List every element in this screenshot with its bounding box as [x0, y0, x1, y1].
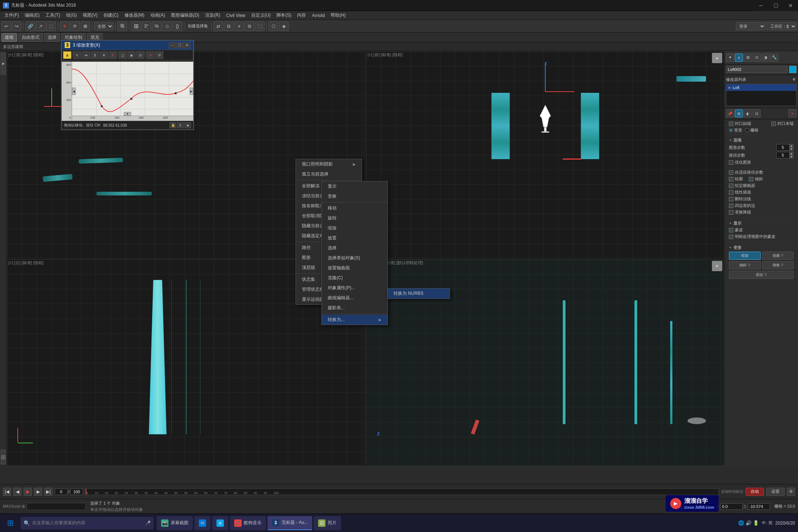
- dialog-tb-bezier-corner[interactable]: ◈: [127, 51, 136, 59]
- taskbar-photos[interactable]: 🖼 照片: [314, 516, 341, 530]
- tool1-clone[interactable]: 克隆(C): [322, 273, 388, 283]
- tool1-scale[interactable]: 缩放: [322, 223, 388, 233]
- spinner-snap[interactable]: ◇: [162, 21, 172, 31]
- dialog-tb-x-only[interactable]: X: [109, 51, 117, 59]
- show-modifier-result[interactable]: ⊞: [735, 109, 743, 117]
- dialog-tb-delete[interactable]: ✕: [146, 51, 154, 59]
- scroll-down-btn[interactable]: ▼: [124, 112, 131, 116]
- menu-file[interactable]: 文件(F): [1, 11, 22, 19]
- menu-modifiers[interactable]: 修改器(M): [122, 11, 147, 19]
- cap-start-checkbox[interactable]: ✓: [729, 122, 733, 126]
- play-btn[interactable]: ▶: [24, 488, 32, 496]
- object-name-input[interactable]: [726, 66, 788, 73]
- menu-scripting[interactable]: 脚本(S): [273, 11, 294, 19]
- dialog-tb-corner[interactable]: ◻: [119, 51, 127, 59]
- taskbar-edge[interactable]: e: [212, 516, 228, 530]
- dialog-snap-x[interactable]: X: [177, 122, 184, 128]
- tool1-select-similar[interactable]: 选择类似对象(S): [322, 253, 388, 263]
- close-button[interactable]: ✕: [783, 0, 798, 11]
- auto-key-btn[interactable]: 自动: [746, 488, 764, 496]
- tool1-display[interactable]: 显示: [322, 181, 388, 191]
- menu-graph-editors[interactable]: 图形编辑器(D): [168, 11, 202, 19]
- shape-steps-down[interactable]: ▼: [789, 147, 794, 151]
- menu-content[interactable]: 内容: [294, 11, 309, 19]
- dialog-tb-move-v[interactable]: ⇕: [91, 51, 99, 59]
- radio-grid-circle[interactable]: [745, 128, 749, 132]
- dialog-maximize[interactable]: ☐: [176, 42, 183, 48]
- menu-edit[interactable]: 编辑(E): [22, 11, 42, 19]
- dialog-tb-move-h[interactable]: ⇔: [82, 51, 90, 59]
- set-key-btn[interactable]: 设置: [766, 488, 785, 496]
- tool1-select[interactable]: 选择: [322, 243, 388, 253]
- dialog-tb-point-active[interactable]: a: [63, 51, 71, 59]
- shape-steps-field[interactable]: [776, 144, 789, 151]
- panel-tab-display[interactable]: ◑: [761, 54, 770, 62]
- adaptive-steps-checkbox[interactable]: ✓: [729, 170, 733, 175]
- ribbon-toggle[interactable]: ⬛: [255, 21, 265, 31]
- snap-toggle[interactable]: ⊞: [131, 21, 141, 31]
- tool1-place-axis[interactable]: 放置轴曲面: [322, 263, 388, 273]
- shape-steps-up[interactable]: ▲: [789, 144, 794, 147]
- menu-arnold[interactable]: Arnold: [309, 12, 328, 19]
- optimize-checkbox[interactable]: [729, 160, 733, 165]
- start-button[interactable]: ⊞: [3, 516, 18, 531]
- tool1-move[interactable]: 移动: [322, 203, 388, 213]
- ctx-item-viewport-lighting[interactable]: 视口照明和阴影 ▶: [296, 159, 362, 169]
- shape-steps-spinner[interactable]: ▲ ▼: [776, 144, 794, 151]
- linear-interp-checkbox[interactable]: [729, 190, 733, 195]
- align-button[interactable]: ⊟: [224, 21, 233, 31]
- dialog-tb-scale[interactable]: ✕: [100, 51, 108, 59]
- grid-view-btn[interactable]: ⊞: [1, 450, 6, 464]
- dialog-tb-reset[interactable]: ↺: [155, 51, 163, 59]
- menu-customize[interactable]: 自定义(U): [248, 11, 274, 19]
- path-steps-down[interactable]: ▼: [789, 155, 794, 158]
- dialog-lock-btn[interactable]: 🔒: [170, 122, 176, 128]
- next-frame-btn[interactable]: ▶: [34, 488, 42, 496]
- current-frame-input[interactable]: [55, 488, 68, 495]
- teeter-deform-btn[interactable]: 倾斜 ?: [729, 261, 761, 269]
- use-pivot[interactable]: ⊡: [753, 109, 761, 117]
- skin-shaded-checkbox[interactable]: ✓: [729, 235, 733, 239]
- dialog-tb-bezier[interactable]: ⊙: [136, 51, 144, 59]
- flip-normals-checkbox[interactable]: [729, 197, 733, 201]
- menu-group[interactable]: 组(G): [63, 11, 80, 19]
- tab-modeling[interactable]: 建模: [1, 33, 17, 42]
- taskbar-mail[interactable]: ✉: [194, 516, 211, 530]
- scroll-left-btn[interactable]: ◀: [72, 88, 76, 95]
- dialog-close[interactable]: ✕: [184, 42, 190, 48]
- twist-deform-btn[interactable]: 扭曲 ?: [762, 252, 794, 260]
- skin-checkbox[interactable]: ✓: [729, 228, 733, 232]
- edit-named-selections[interactable]: {}: [173, 21, 182, 31]
- object-color-swatch[interactable]: [789, 66, 797, 73]
- tool1-rotate[interactable]: 旋转: [322, 213, 388, 223]
- scene-xplorer[interactable]: ≡: [234, 21, 244, 31]
- select-button[interactable]: ↗: [36, 21, 45, 31]
- user-account[interactable]: 登录: [736, 22, 765, 30]
- dialog-snap-btn[interactable]: ◈: [184, 122, 191, 128]
- path-steps-field[interactable]: [776, 152, 789, 158]
- radio-shape-circle[interactable]: [729, 128, 733, 132]
- contour-checkbox[interactable]: ✓: [729, 177, 733, 181]
- viewport-cube-persp[interactable]: ▣: [712, 261, 722, 271]
- minimize-button[interactable]: ─: [754, 0, 768, 11]
- mirror-button[interactable]: ⇄: [214, 21, 223, 31]
- total-frames-input[interactable]: [70, 488, 83, 495]
- render-button[interactable]: ◈: [279, 21, 289, 31]
- select-region-button[interactable]: ⬚: [46, 21, 56, 31]
- taskbar-datetime[interactable]: 2020/6/20: [775, 521, 795, 526]
- select-object-button[interactable]: 🔗: [25, 21, 35, 31]
- panel-tab-modify[interactable]: ≡: [735, 54, 743, 62]
- remove-modifier-btn[interactable]: ✕: [788, 109, 797, 117]
- y-coord-input[interactable]: [720, 503, 743, 510]
- workspace-dropdown[interactable]: 工作区：默认: [767, 22, 797, 30]
- constant-cross-checkbox[interactable]: ✓: [729, 184, 733, 188]
- pin-stack-btn[interactable]: 📌: [726, 109, 734, 117]
- menu-tools[interactable]: 工具(T): [42, 11, 63, 19]
- viewport-cube-front[interactable]: ▣: [712, 53, 722, 63]
- transform-degrade-checkbox[interactable]: [729, 210, 733, 215]
- show-in-viewport[interactable]: ◐: [744, 109, 752, 117]
- taskbar-music[interactable]: 🎵 酷狗音乐: [230, 516, 266, 530]
- ctx-item-isolate[interactable]: 孤立当前选择: [296, 169, 362, 179]
- cap-end-checkbox[interactable]: ✓: [771, 122, 776, 126]
- select-move-button[interactable]: ✛: [60, 21, 69, 31]
